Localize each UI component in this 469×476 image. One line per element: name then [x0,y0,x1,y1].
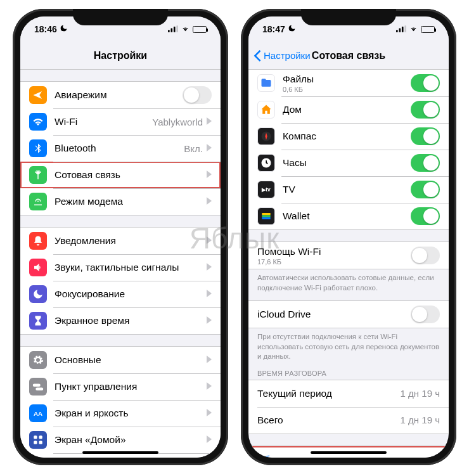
svg-rect-18 [402,26,404,32]
wifi-assist-row[interactable]: Помощь Wi-Fi 17,6 КБ [248,242,449,269]
app-data-row[interactable]: Дом [248,96,449,123]
settings-row-gear[interactable]: Основные [20,347,221,373]
wifi-assist-note: Автоматически использовать сотовые данны… [248,269,449,294]
talk-time-row: Всего1 дн 19 ч [248,407,449,434]
svg-rect-23 [262,213,270,215]
svg-rect-16 [396,30,398,32]
status-time: 18:46 [34,24,57,34]
app-icon [257,127,275,145]
chevron-right-icon [207,235,212,247]
app-label: Дом [283,104,411,115]
svg-rect-19 [404,25,406,32]
icloud-drive-switch[interactable] [411,306,440,323]
toggle-switch[interactable] [411,154,440,172]
settings-row-bluetooth[interactable]: BluetoothВкл. [20,135,221,162]
app-label: Часы [283,157,411,169]
row-label: Bluetooth [55,143,184,154]
toggle-switch[interactable] [411,127,440,145]
dnd-icon [60,24,68,34]
row-label: Экран и яркость [55,408,207,419]
back-button[interactable]: Настройки [254,50,311,61]
chevron-right-icon [207,315,212,326]
dnd-icon [288,24,296,34]
phone-left: 18:46 Настройки АвиарежимWi-FiYablykworl… [13,9,228,465]
row-label: Уведомления [55,235,207,247]
cellular-icon [396,25,406,34]
settings-row-hotspot[interactable]: Режим модема [20,188,221,215]
svg-rect-24 [262,215,270,217]
svg-text:▶tv: ▶tv [261,186,271,193]
app-icon [257,101,275,119]
svg-text:AA: AA [34,410,42,417]
moon-icon [29,285,47,303]
row-label: Авиарежим [55,89,183,101]
row-label: Режим модема [55,196,207,207]
row-label: Сотовая связь [55,169,207,181]
settings-row-switches[interactable]: Пункт управления [20,373,221,400]
bluetooth-icon [29,139,47,157]
settings-row-aa[interactable]: AAЭкран и яркость [20,400,221,427]
grid-icon [29,431,47,449]
settings-row-hourglass[interactable]: Экранное время [20,307,221,334]
hotspot-icon [29,193,47,210]
app-icon [257,154,275,172]
talk-time-header: ВРЕМЯ РАЗГОВОРА [248,363,449,380]
settings-row-airplane[interactable]: Авиарежим [20,82,221,108]
app-data-row[interactable]: Часы [248,150,449,176]
settings-row-moon[interactable]: Фокусирование [20,281,221,307]
app-icon [257,74,275,92]
app-data-row[interactable]: ▶tvTV [248,176,449,203]
settings-row-bell[interactable]: Уведомления [20,228,221,254]
chevron-right-icon [207,116,212,127]
wifi-assist-label: Помощь Wi-Fi [257,246,411,257]
home-indicator[interactable] [311,451,387,454]
wifi-assist-sub: 17,6 КБ [257,258,411,266]
svg-rect-5 [34,435,37,439]
toggle-switch[interactable] [183,86,212,104]
settings-row-speaker[interactable]: Звуки, тактильные сигналы [20,254,221,281]
row-label: Экранное время [55,315,207,326]
svg-rect-17 [399,28,401,32]
home-indicator[interactable] [82,451,158,454]
row-label: Экран «Домой» [55,434,207,446]
settings-row-antenna[interactable]: Сотовая связь [20,162,221,188]
nav-title: Настройки [94,50,147,61]
app-icon [257,207,275,225]
talk-label: Всего [257,415,401,426]
cellular-icon [168,25,178,34]
row-label: Звуки, тактильные сигналы [55,262,207,273]
app-sublabel: 0,6 КБ [283,86,411,93]
icloud-drive-note: При отсутствии подключения к сети Wi-Fi … [248,328,449,363]
wifi-assist-switch[interactable] [411,247,440,264]
nav-title: Сотовая связь [312,50,385,61]
icloud-drive-row[interactable]: iCloud Drive [248,301,449,328]
switches-icon [29,378,47,396]
talk-value: 1 дн 19 ч [401,415,440,425]
settings-row-wifi[interactable]: Wi-FiYablykworld [20,108,221,135]
battery-icon [421,26,435,33]
settings-row-access[interactable]: Универсальный доступ [20,453,221,458]
toggle-switch[interactable] [411,101,440,119]
row-label: Фокусирование [55,288,207,300]
toggle-switch[interactable] [411,207,440,225]
toggle-switch[interactable] [411,74,440,92]
hourglass-icon [29,312,47,330]
chevron-right-icon [207,434,212,446]
status-time: 18:47 [262,24,285,34]
toggle-switch[interactable] [411,181,440,198]
app-data-row[interactable]: Wallet [248,203,449,229]
svg-rect-0 [168,30,170,32]
row-detail: Yablykworld [152,117,203,127]
aa-icon: AA [29,404,47,422]
talk-time-row: Текущий период1 дн 19 ч [248,380,449,407]
svg-rect-1 [170,28,172,32]
chevron-right-icon [207,169,212,181]
svg-rect-2 [174,26,176,32]
app-data-row[interactable]: Файлы0,6 КБ [248,70,449,96]
chevron-right-icon [207,143,212,154]
settings-row-grid[interactable]: Экран «Домой» [20,427,221,453]
chevron-right-icon [207,288,212,300]
row-detail: Вкл. [184,143,203,154]
app-data-row[interactable]: Компас [248,123,449,150]
wifi-icon [29,113,47,131]
